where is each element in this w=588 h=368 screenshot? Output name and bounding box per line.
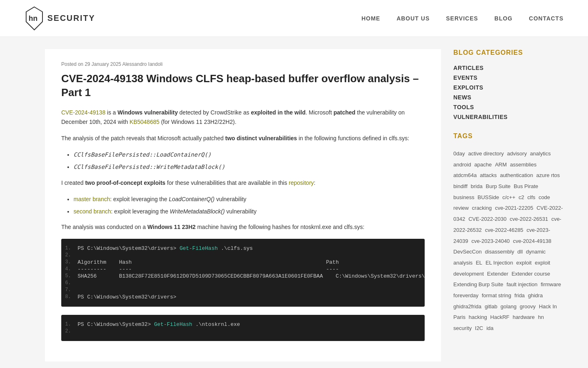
branch-list: master branch: exploit leveraging the Lo… <box>74 195 425 216</box>
sidebar: BLOG CATEGORIES ARTICLES EVENTS EXPLOITS… <box>453 49 564 361</box>
paragraph-3: I created two proof-of-concept exploits … <box>61 178 425 188</box>
tag-link[interactable]: CVE-2022-2030 <box>468 216 506 222</box>
tag-link[interactable]: c2 <box>519 194 524 200</box>
tag-link[interactable]: 0day <box>453 150 465 157</box>
tag-link[interactable]: firmware <box>541 281 561 287</box>
paragraph-1: CVE-2024-49138 is a Windows vulnerabilit… <box>61 108 425 128</box>
tag-link[interactable]: active directory <box>468 150 503 157</box>
code-block-1: 1. PS C:\Windows\System32\drivers> Get-F… <box>61 239 425 307</box>
list-item: master branch: exploit leveraging the Lo… <box>74 195 425 204</box>
code-line: 3. Algorithm Hash Path <box>61 259 425 266</box>
post-body: CVE-2024-49138 is a Windows vulnerabilit… <box>61 108 425 341</box>
category-articles[interactable]: ARTICLES <box>453 65 564 71</box>
categories-section: BLOG CATEGORIES ARTICLES EVENTS EXPLOITS… <box>453 49 564 120</box>
tag-link[interactable]: gitlab <box>485 303 497 310</box>
tag-link[interactable]: Extender <box>487 271 508 277</box>
svg-text:hn: hn <box>29 14 38 22</box>
tag-link[interactable]: ida <box>486 325 493 331</box>
code-line: 5. SHA256 B138C28F72E8510F9612D07D5109D7… <box>61 273 425 280</box>
tag-link[interactable]: c/c++ <box>502 194 515 200</box>
tag-link[interactable]: EL Injection <box>486 260 513 266</box>
nav-about[interactable]: ABOUT US <box>396 15 430 22</box>
category-tools[interactable]: TOOLS <box>453 104 564 110</box>
tag-link[interactable]: Extender course <box>512 271 550 277</box>
tag-link[interactable]: fault injection <box>506 281 537 287</box>
tag-link[interactable]: ghidra <box>528 292 543 298</box>
tag-link[interactable]: hacking <box>469 314 487 320</box>
tag-link[interactable]: analytics <box>530 150 551 157</box>
tag-link[interactable]: BUSSide <box>478 194 499 200</box>
tag-link[interactable]: EL <box>476 260 482 266</box>
tag-link[interactable]: business <box>453 194 474 200</box>
tag-link[interactable]: groovy <box>520 303 536 310</box>
tags-cloud: 0day active directory advisory analytics… <box>453 148 564 334</box>
logo-icon: hn <box>24 6 44 31</box>
nav-contacts[interactable]: CONTACTS <box>529 15 564 22</box>
tag-link[interactable]: bindiff <box>453 183 467 189</box>
list-item: CClfsBaseFilePersisted::WriteMetadataBlo… <box>74 162 425 171</box>
post-title: CVE-2024-49138 Windows CLFS heap-based b… <box>61 72 425 100</box>
category-events[interactable]: EVENTS <box>453 74 564 81</box>
tag-link[interactable]: I2C <box>475 325 483 331</box>
tag-link[interactable]: Burp Suite <box>486 183 511 189</box>
code-line: 4. --------- ---- ---- <box>61 266 425 273</box>
tag-link[interactable]: frida <box>514 292 525 298</box>
second-branch-link[interactable]: second branch <box>74 208 111 215</box>
nav-blog[interactable]: BLOG <box>494 15 512 22</box>
tags-title: TAGS <box>453 132 564 142</box>
tag-link[interactable]: advisory <box>507 150 527 157</box>
tag-link[interactable]: golang <box>501 303 517 310</box>
tag-link[interactable]: disassembly <box>485 249 514 255</box>
code-line: 7. <box>61 287 425 294</box>
tag-link[interactable]: cracking <box>472 205 492 211</box>
cve-link[interactable]: CVE-2024-49138 <box>61 109 105 116</box>
tag-link[interactable]: clfs <box>528 194 536 200</box>
category-exploits[interactable]: EXPLOITS <box>453 84 564 91</box>
tag-link[interactable]: ghidra2frida <box>453 303 481 310</box>
tag-link[interactable]: ARM <box>495 162 507 168</box>
logo-text: SECURITY <box>47 13 95 23</box>
kb-link[interactable]: KB5048685 <box>129 119 159 125</box>
function-list: CClfsBaseFilePersisted::LoadContainerQ()… <box>74 150 425 172</box>
code-block-2: 1. PS C:\Windows\System32> Get-FileHash … <box>61 315 425 341</box>
tag-link[interactable]: Bus Pirate <box>514 183 538 189</box>
code-line: 2. <box>61 252 425 259</box>
code-line: 8. PS C:\Windows\System32\drivers> <box>61 294 425 301</box>
category-news[interactable]: NEWS <box>453 94 564 101</box>
list-item: CClfsBaseFilePersisted::LoadContainerQ() <box>74 150 425 159</box>
tag-link[interactable]: foreverday <box>453 292 478 298</box>
code-line: 1. PS C:\Windows\System32> Get-FileHash … <box>61 321 425 328</box>
tag-link[interactable]: android <box>453 162 471 168</box>
category-list: ARTICLES EVENTS EXPLOITS NEWS TOOLS VULN… <box>453 65 564 120</box>
tag-link[interactable]: authentication <box>500 172 533 178</box>
tag-link[interactable]: apache <box>474 162 492 168</box>
tag-link[interactable]: cve-2024-49138 <box>513 238 551 244</box>
master-branch-link[interactable]: master branch <box>74 196 110 202</box>
list-item: second branch: exploit leveraging the Wr… <box>74 207 425 216</box>
tag-link[interactable]: cve-2022-26531 <box>510 216 548 222</box>
code-line: 2. <box>61 328 425 335</box>
post-meta: Posted on 29 January 2025 Alessandro Ian… <box>61 61 425 67</box>
tag-link[interactable]: attacks <box>480 172 497 178</box>
category-vulnerabilities[interactable]: VULNERABILITIES <box>453 114 564 120</box>
tag-link[interactable]: cve-2021-22205 <box>495 205 533 211</box>
tag-link[interactable]: assemblies <box>510 162 537 168</box>
main-nav: HOME ABOUT US SERVICES BLOG CONTACTS <box>361 15 564 22</box>
tag-link[interactable]: dll <box>517 249 523 255</box>
main-content: Posted on 29 January 2025 Alessandro Ian… <box>45 49 441 361</box>
tag-link[interactable]: format string <box>482 292 511 298</box>
tag-link[interactable]: DevSecCon <box>453 249 481 255</box>
tag-link[interactable]: cve-2022-46285 <box>485 227 523 233</box>
tag-link[interactable]: atdcm64a <box>453 172 477 178</box>
nav-home[interactable]: HOME <box>361 15 380 22</box>
tag-link[interactable]: exploit <box>516 260 532 266</box>
tag-link[interactable]: cve-2023-24040 <box>471 238 510 244</box>
tag-link[interactable]: brida <box>471 183 483 189</box>
nav-services[interactable]: SERVICES <box>446 15 478 22</box>
tag-link[interactable]: azure rtos <box>536 172 560 178</box>
logo[interactable]: hn SECURITY <box>24 6 95 31</box>
tag-link[interactable]: Extending Burp Suite <box>453 281 503 287</box>
repo-link[interactable]: repository <box>289 180 314 186</box>
tag-link[interactable]: hardware <box>512 314 535 320</box>
tag-link[interactable]: HackRF <box>490 314 510 320</box>
